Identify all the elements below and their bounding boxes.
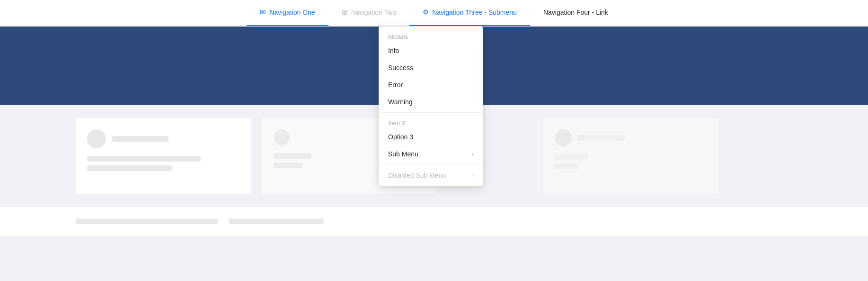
menu-item-option3[interactable]: Option 3	[379, 128, 483, 145]
menu-item-option3-label: Option 3	[388, 133, 413, 141]
card-body-3	[555, 152, 707, 169]
skeleton-line-4	[274, 163, 302, 168]
skeleton-line-3	[274, 153, 311, 159]
nav-item-four[interactable]: Navigation Four - Link	[530, 0, 621, 26]
skeleton-line-2	[87, 165, 172, 171]
nav-items: ✉ Navigation One ⊞ Navigation Two ⚙ Navi…	[247, 0, 621, 26]
menu-item-submenu-label: Sub Menu	[388, 150, 418, 158]
menu-item-error[interactable]: Error	[379, 76, 483, 93]
nav-item-one[interactable]: ✉ Navigation One	[247, 0, 328, 26]
skeleton-line-1	[87, 156, 201, 162]
gear-icon: ⚙	[423, 8, 429, 17]
nav-item-two[interactable]: ⊞ Navigation Two	[328, 0, 409, 26]
menu-item-error-label: Error	[388, 81, 403, 89]
avatar-placeholder	[87, 129, 106, 148]
skeleton-line-5	[577, 135, 625, 141]
bottom-skel-2	[229, 218, 324, 224]
bottom-skel-1	[76, 218, 218, 224]
mail-icon: ✉	[260, 8, 266, 17]
menu-item-disabled-label: Disabled Sub Menu	[388, 172, 446, 179]
grid-icon: ⊞	[342, 8, 348, 17]
menu-item-warning-label: Warning	[388, 98, 413, 106]
menu-divider-1	[379, 112, 483, 113]
avatar-placeholder-3	[555, 129, 572, 146]
navbar: ✉ Navigation One ⊞ Navigation Two ⚙ Navi…	[0, 0, 868, 27]
card-body	[87, 154, 239, 171]
skeleton-line-6	[555, 154, 588, 160]
avatar-placeholder-2	[274, 129, 290, 145]
menu-item-info-label: Info	[388, 47, 399, 54]
nav-item-three[interactable]: ⚙ Navigation Three - Submenu	[409, 0, 530, 26]
dropdown-menu: Modals Info Success Error Warning Item 2…	[379, 27, 483, 186]
menu-item-success-label: Success	[388, 64, 413, 72]
menu-item-submenu[interactable]: Sub Menu ›	[379, 145, 483, 163]
skeleton-card	[76, 118, 251, 194]
card-header-3	[555, 129, 707, 146]
nav-one-label: Navigation One	[269, 9, 315, 16]
menu-group-modals: Modals	[379, 28, 483, 42]
menu-item-warning[interactable]: Warning	[379, 93, 483, 110]
skeleton-card-3	[543, 118, 718, 194]
bottom-strip	[0, 207, 868, 236]
menu-item-info[interactable]: Info	[379, 42, 483, 59]
nav-two-label: Navigation Two	[351, 9, 396, 16]
card-header	[87, 129, 239, 148]
submenu-arrow-icon: ›	[471, 151, 473, 157]
skeleton-title	[112, 136, 168, 142]
nav-three-label: Navigation Three - Submenu	[432, 9, 517, 16]
skeleton-line-7	[555, 163, 578, 169]
nav-four-label: Navigation Four - Link	[543, 9, 608, 16]
menu-item-disabled-submenu: Disabled Sub Menu ›	[379, 167, 483, 184]
disabled-submenu-arrow-icon: ›	[471, 172, 473, 178]
menu-item-success[interactable]: Success	[379, 59, 483, 76]
menu-group-item2: Item 2	[379, 115, 483, 128]
menu-divider-2	[379, 164, 483, 165]
